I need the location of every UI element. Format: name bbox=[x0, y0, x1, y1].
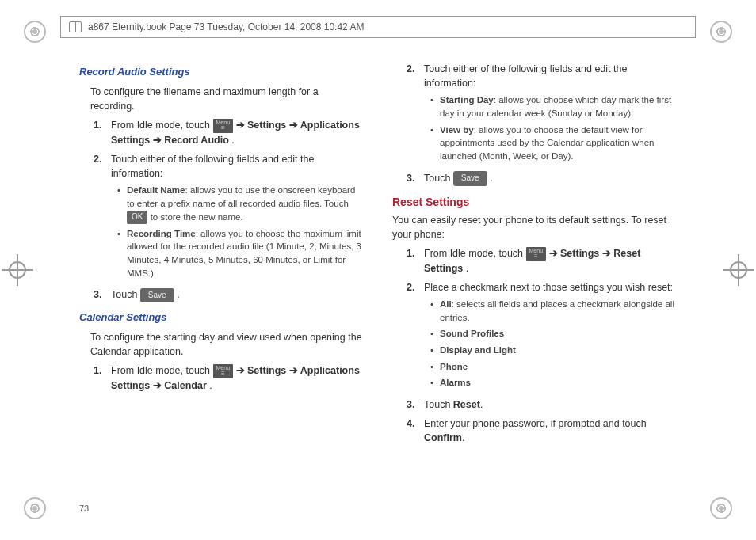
print-mark-br bbox=[710, 497, 732, 519]
step-body: From Idle mode, touch Menu ➔ Settings ➔ … bbox=[424, 246, 677, 276]
step-body: From Idle mode, touch Menu ➔ Settings ➔ … bbox=[111, 363, 364, 393]
heading-calendar: Calendar Settings bbox=[79, 310, 364, 325]
step-number: 3. bbox=[407, 171, 424, 186]
step-number: 1. bbox=[94, 118, 111, 147]
step-number: 2. bbox=[407, 62, 424, 166]
right-column: 2. Touch either of the following fields … bbox=[392, 57, 677, 492]
step-number: 3. bbox=[94, 287, 111, 302]
step-body: Place a checkmark next to those settings… bbox=[424, 280, 677, 393]
step-body: Touch either of the following fields and… bbox=[111, 152, 364, 283]
save-button-chip: Save bbox=[140, 288, 174, 303]
heading-reset-settings: Reset Settings bbox=[392, 194, 677, 210]
print-mark-bl bbox=[24, 497, 46, 519]
menu-icon: Menu bbox=[526, 247, 547, 261]
calendar-intro: To configure the starting day and view u… bbox=[90, 330, 364, 359]
ok-button-chip: OK bbox=[127, 211, 147, 224]
step-number: 4. bbox=[407, 416, 424, 445]
reset-steps: 1. From Idle mode, touch Menu ➔ Settings… bbox=[407, 246, 677, 445]
book-icon bbox=[69, 21, 82, 32]
calendar-steps-continued: 2. Touch either of the following fields … bbox=[407, 62, 677, 186]
page-header-frame: a867 Eternity.book Page 73 Tuesday, Octo… bbox=[60, 16, 696, 38]
calendar-steps: 1. From Idle mode, touch Menu ➔ Settings… bbox=[94, 363, 364, 393]
step-body: Enter your phone password, if prompted a… bbox=[424, 416, 677, 445]
step-number: 2. bbox=[407, 280, 424, 393]
page-header-text: a867 Eternity.book Page 73 Tuesday, Octo… bbox=[88, 21, 364, 32]
step-body: Touch Save . bbox=[424, 171, 677, 186]
step-body: Touch Save . bbox=[111, 287, 364, 302]
record-audio-steps: 1. From Idle mode, touch Menu ➔ Settings… bbox=[94, 118, 364, 302]
menu-icon: Menu bbox=[213, 119, 234, 133]
step-body: From Idle mode, touch Menu ➔ Settings ➔ … bbox=[111, 118, 364, 147]
record-audio-intro: To configure the filename and maximum le… bbox=[90, 85, 364, 113]
step-body: Touch Reset. bbox=[424, 397, 677, 412]
step-number: 1. bbox=[94, 363, 111, 393]
print-mark-tl bbox=[24, 21, 46, 43]
step-number: 1. bbox=[407, 246, 424, 276]
registration-mark-left bbox=[2, 254, 33, 286]
step-number: 2. bbox=[94, 152, 111, 283]
left-column: Record Audio Settings To configure the f… bbox=[79, 57, 364, 492]
heading-record-audio: Record Audio Settings bbox=[79, 65, 364, 80]
menu-icon: Menu bbox=[213, 364, 234, 378]
page-number: 73 bbox=[79, 504, 89, 513]
reset-intro: You can easily reset your phone to its d… bbox=[392, 213, 677, 241]
registration-mark-right bbox=[723, 254, 754, 286]
step-number: 3. bbox=[407, 397, 424, 412]
save-button-chip: Save bbox=[453, 171, 487, 186]
page-content: Record Audio Settings To configure the f… bbox=[79, 57, 677, 492]
print-mark-tr bbox=[710, 21, 732, 43]
step-body: Touch either of the following fields and… bbox=[424, 62, 677, 166]
